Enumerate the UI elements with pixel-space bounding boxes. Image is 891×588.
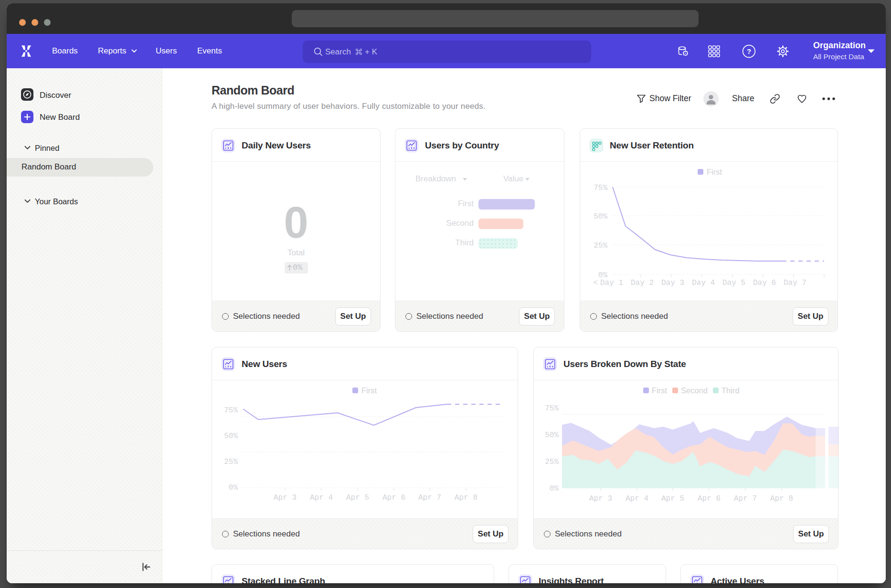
svg-text:75%: 75% bbox=[224, 406, 238, 415]
svg-text:50%: 50% bbox=[594, 212, 607, 221]
svg-text:Day 1: Day 1 bbox=[600, 279, 623, 287]
svg-text:25%: 25% bbox=[224, 458, 238, 466]
svg-text:Apr 3: Apr 3 bbox=[274, 494, 297, 502]
svg-text:Apr 4: Apr 4 bbox=[626, 494, 648, 503]
svg-text:0%: 0% bbox=[229, 483, 238, 492]
svg-text:Apr 7: Apr 7 bbox=[734, 494, 757, 503]
svg-text:Apr 5: Apr 5 bbox=[346, 494, 369, 502]
svg-text:Apr 6: Apr 6 bbox=[698, 494, 721, 503]
svg-text:Day 4: Day 4 bbox=[692, 279, 715, 287]
svg-text:Day 6: Day 6 bbox=[753, 279, 776, 287]
svg-text:75%: 75% bbox=[545, 404, 559, 413]
svg-text:25%: 25% bbox=[545, 458, 559, 466]
svg-text:Apr 8: Apr 8 bbox=[455, 494, 477, 502]
svg-text:Apr 7: Apr 7 bbox=[418, 494, 441, 502]
svg-text:Apr 4: Apr 4 bbox=[310, 494, 333, 502]
svg-text:Apr 8: Apr 8 bbox=[770, 494, 793, 503]
svg-text:Apr 3: Apr 3 bbox=[589, 494, 612, 503]
svg-text:50%: 50% bbox=[224, 432, 238, 441]
svg-text:25%: 25% bbox=[594, 242, 607, 250]
svg-text:?: ? bbox=[747, 47, 751, 55]
svg-text:50%: 50% bbox=[545, 431, 559, 440]
svg-text:Apr 6: Apr 6 bbox=[382, 494, 405, 502]
svg-text:75%: 75% bbox=[594, 184, 607, 192]
svg-text:0%: 0% bbox=[550, 484, 559, 493]
svg-text:Day 7: Day 7 bbox=[784, 279, 806, 287]
svg-text:Apr 5: Apr 5 bbox=[661, 494, 684, 503]
svg-text:<: < bbox=[593, 279, 598, 287]
svg-text:Day 3: Day 3 bbox=[661, 279, 684, 287]
svg-text:Day 2: Day 2 bbox=[631, 279, 654, 287]
svg-text:Day 5: Day 5 bbox=[722, 279, 745, 287]
